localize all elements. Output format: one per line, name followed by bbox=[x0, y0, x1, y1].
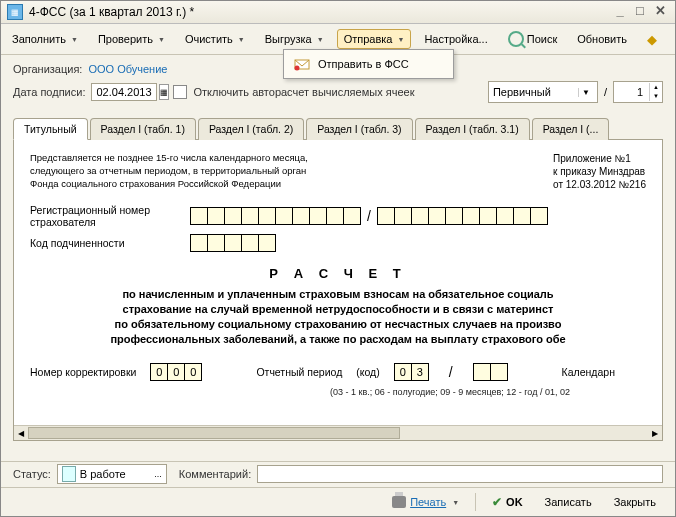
export-button[interactable]: Выгрузка▼ bbox=[258, 29, 331, 49]
status-value: В работе bbox=[80, 468, 126, 480]
number-spinner[interactable]: 1 ▲▼ bbox=[613, 81, 663, 103]
number-value: 1 bbox=[614, 86, 649, 98]
doc-paragraph: по начисленным и уплаченным страховым вз… bbox=[28, 287, 648, 346]
sign-date-input[interactable] bbox=[91, 83, 157, 101]
print-icon bbox=[392, 496, 406, 508]
reg-slash: / bbox=[367, 208, 371, 224]
settings-button[interactable]: Настройка... bbox=[417, 29, 494, 49]
status-field[interactable]: В работе ... bbox=[57, 464, 167, 484]
reg-number-cells[interactable] bbox=[190, 207, 361, 225]
intro-text: Представляется не позднее 15-го числа ка… bbox=[30, 152, 330, 190]
document-icon bbox=[62, 466, 76, 482]
clear-button[interactable]: Очистить▼ bbox=[178, 29, 252, 49]
horizontal-scrollbar[interactable]: ◀▶ bbox=[14, 425, 662, 440]
period-note: (03 - 1 кв.; 06 - полугодие; 09 - 9 меся… bbox=[330, 387, 646, 397]
calendar-label: Календарн bbox=[562, 366, 615, 378]
tab-section1-t1[interactable]: Раздел I (табл. 1) bbox=[90, 118, 196, 140]
spin-down[interactable]: ▼ bbox=[650, 92, 662, 101]
type-select[interactable]: Первичный ▼ bbox=[488, 81, 598, 103]
footer: Печать▼ ✔ OK Записать Закрыть bbox=[1, 487, 675, 516]
correction-cells[interactable]: 0 0 0 bbox=[150, 363, 202, 381]
comment-label: Комментарий: bbox=[179, 468, 251, 480]
window-title: 4-ФСС (за 1 квартал 2013 г.) * bbox=[29, 5, 194, 19]
check-icon: ✔ bbox=[492, 495, 502, 509]
send-button[interactable]: Отправка▼ bbox=[337, 29, 412, 49]
status-label: Статус: bbox=[13, 468, 51, 480]
slash: / bbox=[604, 86, 607, 98]
disable-autocalc-checkbox[interactable] bbox=[173, 85, 187, 99]
send-to-fss-item[interactable]: Отправить в ФСС bbox=[286, 52, 451, 76]
org-link[interactable]: ООО Обучение bbox=[88, 63, 167, 75]
app-icon: ▦ bbox=[7, 4, 23, 20]
print-button[interactable]: Печать▼ bbox=[383, 492, 468, 512]
period-label: Отчетный период bbox=[256, 366, 342, 378]
reg-number-label: Регистрационный номер страхователя bbox=[30, 204, 190, 228]
sub-code-label: Код подчиненности bbox=[30, 237, 190, 249]
more-icon: ◆ bbox=[647, 33, 657, 46]
help-button[interactable]: ? bbox=[670, 28, 676, 50]
document-area[interactable]: Приложение №1 к приказу Минздрав от 12.0… bbox=[13, 140, 663, 441]
tab-section1-t3[interactable]: Раздел I (табл. 3) bbox=[306, 118, 412, 140]
close-window-button[interactable]: ✕ bbox=[651, 4, 669, 20]
comment-input[interactable] bbox=[257, 465, 663, 483]
maximize-button[interactable]: □ bbox=[631, 4, 649, 20]
code-label: (код) bbox=[356, 366, 379, 378]
disable-autocalc-label: Отключить авторасчет вычисляемых ячеек bbox=[193, 86, 414, 98]
calendar-icon[interactable]: ▦ bbox=[159, 84, 169, 100]
title-bar: ▦ 4-ФСС (за 1 квартал 2013 г.) * _ □ ✕ bbox=[1, 1, 675, 24]
minimize-button[interactable]: _ bbox=[611, 4, 629, 20]
send-to-fss-label: Отправить в ФСС bbox=[318, 58, 409, 70]
status-bar: Статус: В работе ... Комментарий: bbox=[1, 461, 675, 486]
ok-button[interactable]: ✔ OK bbox=[483, 491, 532, 513]
envelope-icon bbox=[294, 56, 310, 72]
search-button[interactable]: Поиск bbox=[501, 27, 564, 51]
close-button[interactable]: Закрыть bbox=[605, 492, 665, 512]
spin-up[interactable]: ▲ bbox=[650, 83, 662, 92]
send-dropdown: Отправить в ФСС bbox=[283, 49, 454, 79]
refresh-button[interactable]: Обновить bbox=[570, 29, 634, 49]
tab-title[interactable]: Титульный bbox=[13, 118, 88, 140]
tab-section1-t31[interactable]: Раздел I (табл. 3.1) bbox=[415, 118, 530, 140]
org-label: Организация: bbox=[13, 63, 82, 75]
fill-button[interactable]: Заполнить▼ bbox=[5, 29, 85, 49]
reg-number-cells-2[interactable] bbox=[377, 207, 548, 225]
tab-section1-t2[interactable]: Раздел I (табл. 2) bbox=[198, 118, 304, 140]
search-icon bbox=[508, 31, 524, 47]
appendix-text: Приложение №1 к приказу Минздрав от 12.0… bbox=[553, 152, 646, 191]
check-button[interactable]: Проверить▼ bbox=[91, 29, 172, 49]
tab-section1-more[interactable]: Раздел I (... bbox=[532, 118, 610, 140]
type-value: Первичный bbox=[493, 86, 551, 98]
doc-title: Р А С Ч Е Т bbox=[30, 266, 646, 281]
correction-label: Номер корректировки bbox=[30, 366, 136, 378]
more-button[interactable]: ◆ bbox=[640, 29, 664, 50]
sub-code-cells[interactable] bbox=[190, 234, 276, 252]
period-cells[interactable]: 0 3 bbox=[394, 363, 429, 381]
svg-point-1 bbox=[295, 66, 300, 71]
tab-bar: Титульный Раздел I (табл. 1) Раздел I (т… bbox=[13, 117, 663, 140]
save-button[interactable]: Записать bbox=[536, 492, 601, 512]
period-cells-2[interactable] bbox=[473, 363, 508, 381]
sign-date-label: Дата подписи: bbox=[13, 86, 85, 98]
